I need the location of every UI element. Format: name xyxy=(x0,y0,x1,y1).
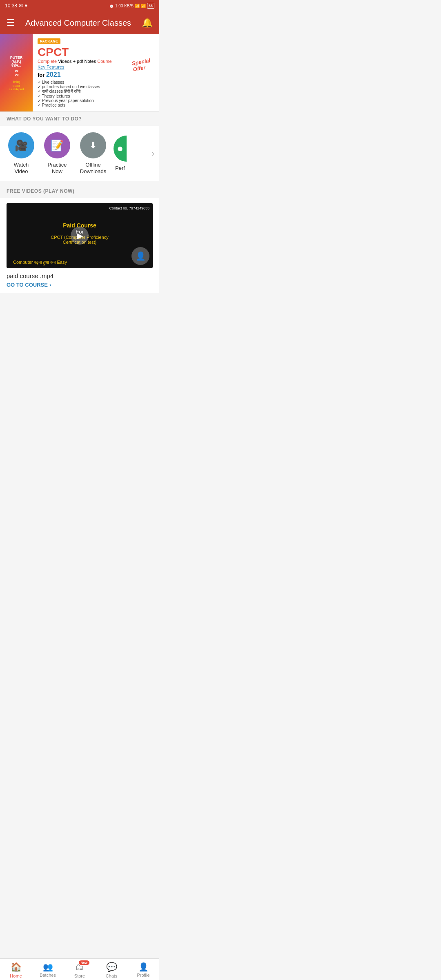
video-title: paid course .mp4 xyxy=(7,272,153,279)
app-header: ☰ Advanced Computer Classes 🔔 xyxy=(0,11,159,34)
signal-icon: 📶 xyxy=(141,4,146,8)
promo-banner: PUTER (M.P.) दर्शन... बच रंभ के लिए 9633… xyxy=(0,34,159,112)
section-label-actions: WHAT DO YOU WANT TO DO? xyxy=(0,112,159,126)
section-divider xyxy=(0,181,159,184)
heart-icon: ♥ xyxy=(24,3,27,9)
features-list: Live classes pdf notes based on Live cla… xyxy=(38,80,154,107)
status-right: ⏰ 1.00 KB/S 📶 📶 88 xyxy=(109,3,154,9)
feature-item: Previous year paper solution xyxy=(38,98,154,103)
main-content: PUTER (M.P.) दर्शन... बच रंभ के लिए 9633… xyxy=(0,34,159,342)
practice-now-label: PracticeNow xyxy=(48,162,67,174)
banner-content: PACKAGE CPCT Complete Videos + pdf Notes… xyxy=(33,34,159,111)
feature-item: pdf notes based on Live classes xyxy=(38,85,154,89)
offline-downloads-icon: ⬇ xyxy=(80,132,106,158)
video-card: Contact no. 7974249633 Paid Course For C… xyxy=(0,198,159,293)
status-bar: 10:38 ✉ ♥ ⏰ 1.00 KB/S 📶 📶 88 xyxy=(0,0,159,11)
wifi-icon: 📶 xyxy=(135,4,140,8)
practice-now-icon: 📝 xyxy=(44,132,70,158)
data-speed: 1.00 KB/S xyxy=(115,4,134,8)
contact-number: Contact no. 7974249633 xyxy=(109,206,149,210)
actions-row: 🎥 WatchVideo 📝 PracticeNow ⬇ OfflineDown… xyxy=(0,126,159,181)
feature-item: Practice sets xyxy=(38,103,154,107)
feature-item: Theory lectures xyxy=(38,94,154,98)
battery: 88 xyxy=(147,3,154,9)
hamburger-menu[interactable]: ☰ xyxy=(7,18,15,28)
alarm-icon: ⏰ xyxy=(109,4,114,8)
video-thumbnail[interactable]: Contact no. 7974249633 Paid Course For C… xyxy=(7,203,153,268)
banner-left-image: PUTER (M.P.) दर्शन... बच रंभ के लिए 9633… xyxy=(0,34,33,111)
chevron-right-icon: › xyxy=(49,282,51,288)
action-performance[interactable]: ● Perf xyxy=(111,136,129,172)
status-left: 10:38 ✉ ♥ xyxy=(5,3,27,9)
scroll-right-arrow[interactable]: › xyxy=(151,149,156,158)
cpct-title: CPCT xyxy=(38,46,154,59)
watch-video-label: WatchVideo xyxy=(14,162,29,174)
free-videos-label: FREE VIDEOS (PLAY NOW) xyxy=(0,184,159,198)
time: 10:38 xyxy=(5,3,17,9)
action-offline-downloads[interactable]: ⬇ OfflineDownloads xyxy=(75,132,111,174)
notification-bell-icon[interactable]: 🔔 xyxy=(142,18,153,28)
play-button[interactable]: ▶ xyxy=(71,227,89,245)
app-title: Advanced Computer Classes xyxy=(25,18,131,28)
action-watch-video[interactable]: 🎥 WatchVideo xyxy=(3,132,39,174)
year-offer: for 2021 xyxy=(38,71,154,78)
feature-item: सभी classes हिंदी में रहेंगी xyxy=(38,89,154,94)
go-to-course-link[interactable]: GO TO COURSE › xyxy=(7,282,153,288)
message-icon: ✉ xyxy=(19,3,23,9)
performance-label: Perf xyxy=(115,165,125,172)
easy-label: Computer पढ़ना हुआ अब Easy xyxy=(13,260,67,265)
action-practice-now[interactable]: 📝 PracticeNow xyxy=(39,132,75,174)
feature-item: Live classes xyxy=(38,80,154,85)
special-offer-text: SpecialOffer xyxy=(131,57,152,72)
features-header: Key Features SpecialOffer xyxy=(38,65,154,69)
watch-video-icon: 🎥 xyxy=(8,132,34,158)
package-badge: PACKAGE xyxy=(38,38,60,44)
instructor-avatar: 👤 xyxy=(131,247,149,265)
offline-downloads-label: OfflineDownloads xyxy=(80,162,106,174)
performance-icon: ● xyxy=(114,136,127,162)
